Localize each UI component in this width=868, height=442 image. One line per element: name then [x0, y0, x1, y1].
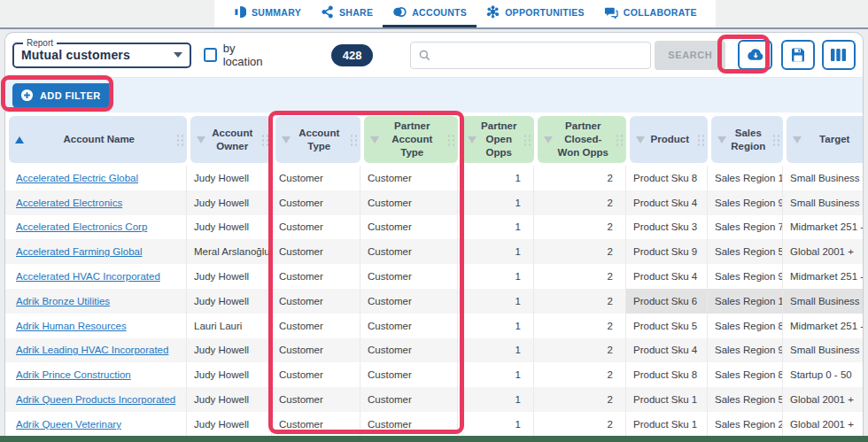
network-icon	[486, 5, 500, 20]
account-name-link[interactable]: Accelerated Electronics Corp	[16, 221, 147, 232]
column-header-label: Account Name	[24, 133, 174, 146]
cell-target: Midmarket 251 - 2	[783, 215, 864, 240]
cell-product: Product Sku 4	[626, 264, 708, 289]
cell-sales_region: Sales Region 8	[708, 314, 783, 338]
download-button[interactable]	[738, 40, 771, 70]
cell-partner_open_opps: 1	[458, 289, 534, 314]
cell-partner_closed_won_opps: 2	[534, 264, 626, 289]
cell-target: Midmarket 251 - 2	[783, 264, 864, 289]
cell-target: Small Business 51	[783, 166, 864, 190]
account-name-link[interactable]: Accelerated Farming Global	[16, 246, 143, 257]
columns-button[interactable]	[822, 40, 856, 70]
column-header-partner_open_opps[interactable]: Partner Open Opps	[461, 116, 534, 163]
account-name-link[interactable]: Accelerated Electric Global	[16, 173, 138, 183]
cell-account_owner: Judy Howell	[187, 190, 272, 215]
table-row: Accelerated HVAC IncorporatedJudy Howell…	[5, 264, 863, 289]
cell-partner_closed_won_opps: 2	[534, 362, 626, 387]
column-header-target[interactable]: Target	[787, 116, 864, 163]
cell-sales_region: Sales Region 9	[708, 264, 783, 289]
cell-account_type: Customer	[272, 239, 360, 264]
cell-account_name: Accelerated HVAC Incorporated	[5, 264, 187, 289]
column-header-label: Product	[645, 133, 695, 146]
columns-icon	[830, 48, 847, 62]
tab-label: COLLABORATE	[624, 7, 697, 18]
save-button[interactable]	[781, 40, 815, 70]
account-name-link[interactable]: Adrik Queen Veterinary	[16, 419, 121, 430]
cell-target: Small Business 51	[783, 338, 864, 363]
cell-partner_account_type: Customer	[360, 387, 458, 412]
sort-caret-icon	[468, 136, 477, 143]
column-header-partner_closed_won_opps[interactable]: Partner Closed-Won Opps	[538, 116, 626, 163]
cell-product: Product Sku 4	[626, 338, 708, 363]
cell-product: Product Sku 4	[626, 190, 708, 215]
column-header-label: Target	[802, 133, 864, 146]
cell-account_name: Accelerated Electric Global	[5, 166, 187, 190]
cell-partner_account_type: Customer	[360, 362, 458, 387]
cell-account_type: Customer	[272, 190, 360, 215]
cell-account_type: Customer	[272, 264, 360, 289]
cell-product: Product Sku 6	[626, 289, 708, 314]
account-name-link[interactable]: Adrik Queen Products Incorporated	[16, 394, 175, 405]
drag-handle-icon[interactable]	[448, 135, 451, 137]
table-row: Accelerated Electric GlobalJudy HowellCu…	[5, 166, 863, 190]
drag-handle-icon[interactable]	[773, 135, 776, 137]
column-header-account_name[interactable]: Account Name	[9, 116, 187, 163]
tab-opportunities[interactable]: OPPORTUNITIES	[477, 0, 594, 27]
report-select[interactable]: Report Mutual customers	[12, 38, 191, 68]
cell-partner_open_opps: 1	[458, 264, 534, 289]
by-location-checkbox[interactable]	[204, 48, 217, 62]
column-header-product[interactable]: Product	[630, 116, 708, 163]
cell-account_owner: Judy Howell	[187, 387, 272, 412]
account-name-link[interactable]: Adrik Prince Construction	[16, 369, 131, 380]
tab-share[interactable]: SHARE	[311, 0, 383, 27]
tab-label: SUMMARY	[252, 7, 301, 18]
drag-handle-icon[interactable]	[351, 135, 353, 137]
cell-sales_region: Sales Region 8	[708, 362, 783, 387]
record-count-badge: 428	[331, 44, 374, 66]
drag-handle-icon[interactable]	[524, 135, 527, 137]
plus-circle-icon	[20, 89, 34, 102]
drag-handle-icon[interactable]	[177, 135, 180, 137]
tab-accounts[interactable]: ACCOUNTS	[383, 0, 477, 27]
tab-label: OPPORTUNITIES	[505, 7, 585, 18]
table-row: Adrik Leading HVAC IncorporatedJudy Howe…	[5, 338, 863, 363]
account-name-link[interactable]: Adrik Leading HVAC Incorporated	[16, 345, 168, 355]
drag-handle-icon[interactable]	[262, 135, 265, 137]
filter-bar: ADD FILTER	[5, 77, 863, 112]
table-row: Adrik Human ResourcesLauri LauriCustomer…	[5, 314, 863, 338]
cell-partner_account_type: Customer	[360, 314, 458, 338]
chat-icon	[604, 5, 618, 20]
cell-product: Product Sku 3	[626, 215, 708, 240]
cell-partner_closed_won_opps: 2	[534, 412, 626, 436]
account-name-link[interactable]: Adrik Human Resources	[16, 321, 127, 331]
cell-target: Global 2001 +	[783, 387, 864, 412]
cell-target: Startup 0 - 50	[783, 362, 864, 387]
account-name-link[interactable]: Accelerated Electronics	[16, 198, 122, 208]
cell-partner_closed_won_opps: 2	[534, 215, 626, 240]
drag-handle-icon[interactable]	[698, 135, 701, 137]
account-name-link[interactable]: Adrik Bronze Utilities	[16, 296, 110, 306]
cell-partner_open_opps: 1	[458, 412, 534, 436]
cell-partner_open_opps: 1	[458, 362, 534, 387]
table-row: Adrik Queen Products IncorporatedJudy Ho…	[5, 387, 863, 412]
cell-account_type: Customer	[272, 166, 360, 190]
cell-account_type: Customer	[272, 412, 360, 436]
drag-handle-icon[interactable]	[616, 135, 619, 137]
search-button[interactable]: SEARCH	[655, 41, 725, 70]
tab-collaborate[interactable]: COLLABORATE	[594, 0, 707, 27]
column-header-sales_region[interactable]: Sales Region	[711, 116, 783, 163]
table-row: Adrik Bronze UtilitiesJudy HowellCustome…	[5, 289, 863, 314]
tab-summary[interactable]: SUMMARY	[223, 0, 311, 27]
cell-sales_region: Sales Region 9	[708, 190, 783, 215]
table-row: Accelerated Electronics CorpJudy HowellC…	[5, 215, 863, 240]
cell-product: Product Sku 5	[626, 314, 708, 338]
account-name-link[interactable]: Accelerated HVAC Incorporated	[16, 271, 160, 282]
add-filter-button[interactable]: ADD FILTER	[12, 83, 112, 108]
cell-partner_account_type: Customer	[360, 215, 458, 240]
search-input[interactable]	[437, 49, 643, 62]
column-header-account_owner[interactable]: Account Owner	[190, 116, 272, 163]
column-header-partner_account_type[interactable]: Partner Account Type	[364, 116, 458, 163]
column-header-account_type[interactable]: Account Type	[275, 116, 360, 163]
cell-sales_region: Sales Region 5	[708, 239, 783, 264]
cloud-download-icon	[745, 47, 765, 63]
